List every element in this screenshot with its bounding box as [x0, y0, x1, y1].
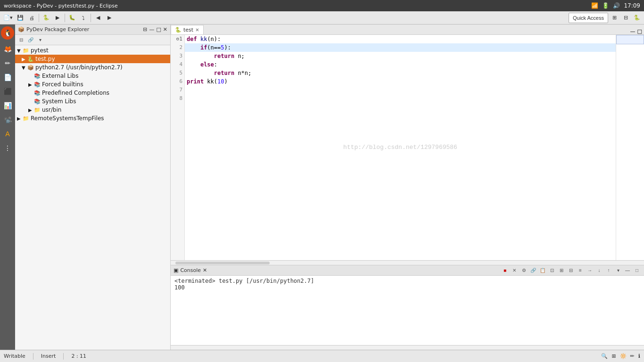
console-content: <terminated> test.py [/usr/bin/python2.7…	[171, 276, 644, 345]
tree-item-system-libs[interactable]: 📚 System Libs	[15, 97, 170, 106]
titlebar: workspace - PyDev - pytest/test.py - Ecl…	[0, 0, 644, 11]
tree-item-remote[interactable]: ▶ 📁 RemoteSystemsTempFiles	[15, 114, 170, 123]
tree-item-forced-builtins[interactable]: ▶ 📚 Forced builtins	[15, 80, 170, 89]
code-editor[interactable]: ⊖1 2 3 4 5 6 7 8 def kk(n):	[171, 35, 644, 260]
ubuntu-icon[interactable]: 🐧	[1, 26, 14, 40]
folder-icon: 📁	[23, 115, 29, 122]
console-tool4[interactable]: ⊡	[548, 266, 556, 275]
statusbar: Writable Insert 2 : 11 🔍 ⊞ 🔆 ✏️ ℹ️	[0, 350, 644, 362]
stop-btn[interactable]: ■	[501, 266, 509, 275]
tree-item-usr-bin[interactable]: ▶ 📁 usr/bin	[15, 106, 170, 114]
step-btn[interactable]: ⤵	[78, 13, 89, 23]
editor-min-icon[interactable]: —	[630, 28, 636, 34]
quick-access-button[interactable]: Quick Access	[569, 13, 608, 23]
line-num-1: ⊖1	[172, 35, 182, 43]
firefox-icon[interactable]: 🦊	[1, 42, 14, 56]
line-num-2: 2	[172, 43, 182, 52]
arrow-icon: ▶	[28, 107, 33, 113]
status-insert: Insert	[41, 353, 56, 359]
console-tool10[interactable]: ↑	[604, 266, 613, 275]
code-line-6: print kk(10)	[185, 77, 616, 86]
code-line-3: return n;	[185, 52, 616, 60]
tab-testpy[interactable]: 🐍 test ✕	[171, 25, 204, 34]
new-btn[interactable]: 📄▾	[2, 13, 14, 23]
fwd-btn[interactable]: ▶	[104, 13, 115, 23]
link-with-editor-btn[interactable]: 🔗	[26, 36, 35, 44]
collapse-all-btn[interactable]: ⊟	[17, 36, 25, 44]
console-output: 100	[174, 284, 640, 291]
python-file-icon: 🐍	[27, 56, 34, 62]
tree-item-python27[interactable]: ▼ 📦 python2.7 (/usr/bin/python2.7)	[15, 63, 170, 72]
lib-icon: 📚	[34, 90, 41, 96]
tree-item-pytest[interactable]: ▼ 📁 pytest	[15, 46, 170, 55]
console-tool3[interactable]: 📋	[538, 266, 547, 275]
console-tool6[interactable]: ⊟	[567, 266, 575, 275]
tab-label: test	[183, 27, 193, 33]
python-icon[interactable]: 🐍	[632, 13, 642, 23]
titlebar-right: 📶 🔋 🔊 17:09	[591, 2, 640, 9]
console-tool1[interactable]: ⚙	[520, 266, 528, 275]
pe-min-icon[interactable]: —	[149, 26, 154, 33]
status-sep1	[33, 353, 33, 360]
debug-btn[interactable]: 🐛	[67, 13, 77, 23]
tab-close-icon[interactable]: ✕	[195, 27, 199, 33]
status-icon1[interactable]: 🔍	[601, 353, 608, 359]
presentation-icon[interactable]: 📽️	[1, 113, 14, 126]
console-icon: ▣	[173, 267, 178, 273]
terminal-icon[interactable]: ⬛	[1, 85, 14, 98]
status-icon3[interactable]: 🔆	[620, 353, 627, 359]
pe-title: PyDev Package Explorer	[26, 26, 89, 33]
pe-icon: 📦	[18, 26, 25, 33]
console-scrollbar[interactable]	[171, 345, 644, 350]
tree-item-testpy[interactable]: ▶ 🐍 test.py	[15, 55, 170, 63]
run-btn[interactable]: ▶	[52, 13, 63, 23]
pe-view-menu-btn[interactable]: ▾	[36, 36, 44, 44]
code-line-5: return n*n;	[185, 69, 616, 77]
code-line-8	[185, 94, 616, 103]
apps-icon[interactable]: ⋮	[1, 141, 14, 155]
console-min[interactable]: —	[623, 266, 632, 275]
console-tool8[interactable]: →	[586, 266, 594, 275]
console-tool2[interactable]: 🔗	[529, 266, 537, 275]
editor-max-icon[interactable]: □	[637, 28, 642, 34]
tree-item-label: System Libs	[42, 98, 76, 105]
status-icon2[interactable]: ⊞	[611, 353, 616, 359]
console-panel: ▣ Console ✕ ■ ✕ ⚙ 🔗 📋 ⊡ ⊞ ⊟ ≡ →	[171, 265, 644, 350]
folder-icon: 📁	[23, 48, 29, 54]
code-content[interactable]: def kk(n): if(n==5): return n; else:	[185, 35, 616, 260]
tree-item-label: Predefined Completions	[42, 90, 109, 96]
perspective-btn[interactable]: ⊞	[609, 13, 619, 23]
pydev-btn[interactable]: 🐍	[41, 13, 51, 23]
editor-scrollbar[interactable]	[171, 260, 644, 265]
console-tool7[interactable]: ≡	[576, 266, 585, 275]
console-tool9[interactable]: ↓	[595, 266, 603, 275]
console-tab-close[interactable]: ✕	[203, 267, 207, 273]
console-header: ▣ Console ✕ ■ ✕ ⚙ 🔗 📋 ⊡ ⊞ ⊟ ≡ →	[171, 265, 644, 276]
print-btn[interactable]: 🖨	[26, 13, 37, 23]
save-btn[interactable]: 💾	[15, 13, 25, 23]
editor-icon[interactable]: ✏️	[1, 57, 14, 70]
tree-item-external-libs[interactable]: 📚 External Libs	[15, 72, 170, 80]
tree-item-predefined[interactable]: 📚 Predefined Completions	[15, 89, 170, 97]
amazon-icon[interactable]: A	[1, 127, 14, 140]
remove-btn[interactable]: ✕	[510, 266, 519, 275]
minimap	[616, 35, 644, 260]
pe-menu-icon[interactable]: ⊟	[143, 26, 147, 33]
console-tool5[interactable]: ⊞	[557, 266, 566, 275]
files-icon[interactable]: 📄	[1, 71, 14, 84]
console-max[interactable]: □	[633, 266, 641, 275]
console-terminated: <terminated> test.py [/usr/bin/python2.7…	[174, 278, 640, 284]
status-icon4[interactable]: ✏️	[630, 353, 635, 359]
pe-max-icon[interactable]: □	[156, 26, 161, 33]
sep1	[39, 14, 39, 22]
pe-close-icon[interactable]: ✕	[163, 26, 167, 33]
volume-icon: 🔊	[613, 2, 620, 9]
back-btn[interactable]: ◀	[93, 13, 103, 23]
folder-icon: 📁	[34, 107, 41, 113]
spreadsheet-icon[interactable]: 📊	[1, 99, 14, 112]
console-tool11[interactable]: ▾	[614, 266, 622, 275]
layout-btn[interactable]: ⊟	[620, 13, 631, 23]
status-icon5[interactable]: ℹ️	[638, 353, 640, 359]
pe-tree: ▼ 📁 pytest ▶ 🐍 test.py ▼ 📦 python2.7 (/u…	[15, 45, 170, 350]
tree-item-label: External Libs	[42, 73, 79, 79]
